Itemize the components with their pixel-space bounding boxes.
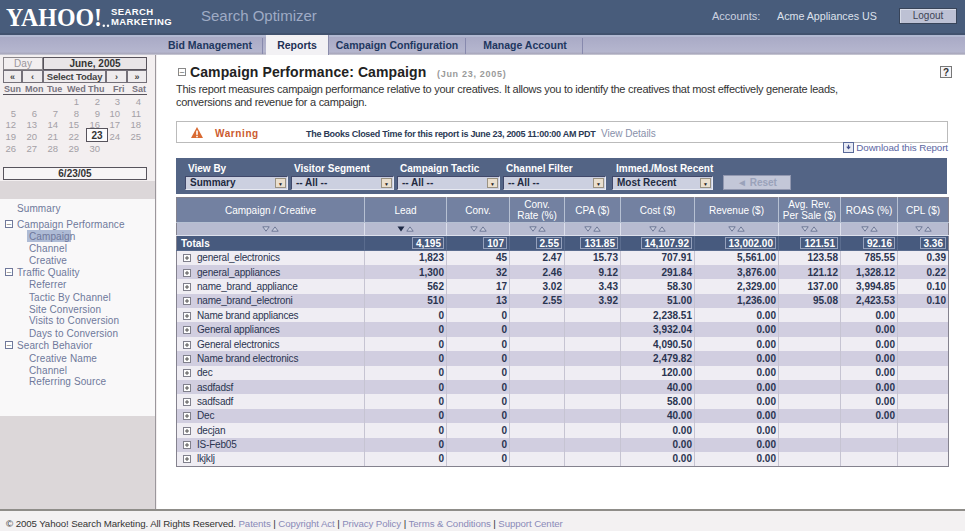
svg-text:YAHOO!: YAHOO! xyxy=(6,3,102,32)
